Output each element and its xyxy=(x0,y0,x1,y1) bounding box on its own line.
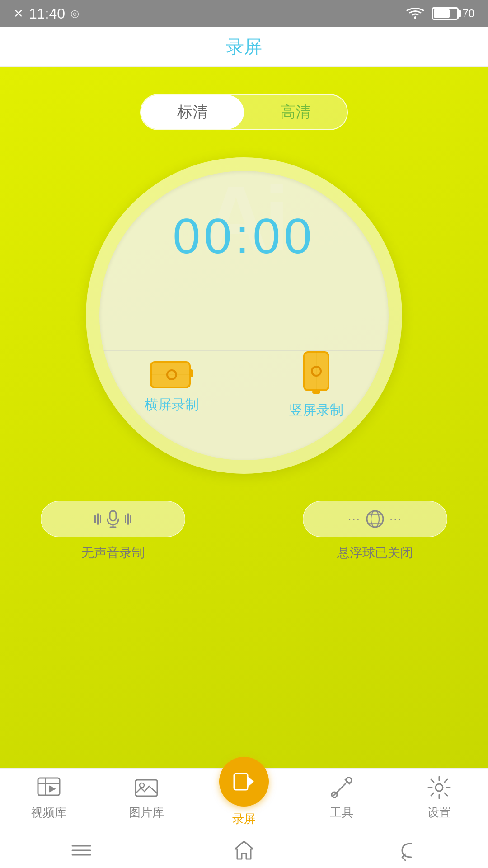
dots-right: ··· xyxy=(389,512,402,526)
svg-point-21 xyxy=(140,783,144,788)
nav-item-video[interactable]: 视频库 xyxy=(0,775,98,821)
status-icons: 70 xyxy=(406,7,474,20)
settings-icon xyxy=(427,775,452,800)
nav-tools-label: 工具 xyxy=(330,805,353,821)
nav-item-record[interactable]: 录屏 xyxy=(195,757,293,827)
svg-marker-23 xyxy=(248,776,254,787)
floatball-icon-group: ··· ··· xyxy=(348,509,402,529)
home-button[interactable] xyxy=(233,839,255,862)
mute-group: 无声音录制 xyxy=(41,501,185,561)
landscape-label: 横屏录制 xyxy=(145,396,199,414)
mic-icon xyxy=(94,510,131,528)
record-icon-circle xyxy=(219,757,269,807)
wifi-icon xyxy=(406,7,424,20)
timer-circle: 00:00 横屏录 xyxy=(86,157,402,474)
close-icon: ✕ xyxy=(14,7,23,21)
nav-record-label: 录屏 xyxy=(232,811,256,827)
microphone-icon xyxy=(106,510,120,528)
floatball-label: 悬浮球已关闭 xyxy=(337,544,413,561)
svg-rect-8 xyxy=(110,511,116,521)
system-nav xyxy=(0,832,488,868)
portrait-record-option[interactable]: 竖屏录制 xyxy=(289,350,343,420)
portrait-phone-icon xyxy=(302,350,330,394)
nav-item-photo[interactable]: 图片库 xyxy=(98,775,195,821)
menu-button[interactable] xyxy=(70,841,93,859)
svg-rect-5 xyxy=(312,390,320,394)
back-button[interactable] xyxy=(395,839,418,862)
nav-item-tools[interactable]: 工具 xyxy=(293,775,390,821)
time-display: 11:40 xyxy=(29,5,65,22)
bottom-nav: 视频库 图片库 xyxy=(0,768,488,868)
portrait-label: 竖屏录制 xyxy=(289,401,343,420)
svg-point-29 xyxy=(436,784,443,791)
nav-settings-label: 设置 xyxy=(427,805,451,821)
nav-item-settings[interactable]: 设置 xyxy=(390,775,488,821)
landscape-phone-icon xyxy=(149,356,194,388)
nav-items: 视频库 图片库 xyxy=(0,769,488,832)
svg-rect-1 xyxy=(190,369,193,377)
status-time: ✕ 11:40 ◎ xyxy=(14,5,79,22)
dots-left: ··· xyxy=(348,512,361,526)
photo-lib-icon xyxy=(134,775,159,800)
circle-inner: 00:00 横屏录 xyxy=(99,171,389,460)
tools-icon xyxy=(329,775,354,800)
landscape-record-option[interactable]: 横屏录制 xyxy=(145,356,199,414)
battery-level: 70 xyxy=(462,7,474,20)
record-options: 横屏录制 竖屏录制 xyxy=(99,350,389,420)
app-header: 录屏 xyxy=(0,27,488,67)
svg-line-26 xyxy=(338,784,345,791)
floatball-button[interactable]: ··· ··· xyxy=(303,501,447,537)
bottom-controls: 无声音录制 ··· ··· xyxy=(41,501,447,561)
mute-button[interactable] xyxy=(41,501,185,537)
svg-marker-33 xyxy=(235,841,253,859)
nav-video-label: 视频库 xyxy=(31,805,66,821)
quality-toggle[interactable]: 标清 高清 xyxy=(140,94,348,130)
nav-photo-label: 图片库 xyxy=(129,805,164,821)
svg-rect-20 xyxy=(136,780,157,796)
quality-standard[interactable]: 标清 xyxy=(141,95,244,129)
globe-icon xyxy=(365,509,385,529)
battery-icon xyxy=(432,7,459,20)
quality-hd[interactable]: 高清 xyxy=(244,95,347,129)
svg-marker-19 xyxy=(49,785,56,793)
page-title: 录屏 xyxy=(226,34,262,59)
status-bar: ✕ 11:40 ◎ 70 xyxy=(0,0,488,27)
timer-icon: ◎ xyxy=(70,8,79,19)
svg-rect-22 xyxy=(234,774,248,790)
mute-label: 无声音录制 xyxy=(81,544,145,561)
video-lib-icon xyxy=(36,775,61,800)
floatball-group: ··· ··· 悬浮球已关闭 xyxy=(303,501,447,561)
